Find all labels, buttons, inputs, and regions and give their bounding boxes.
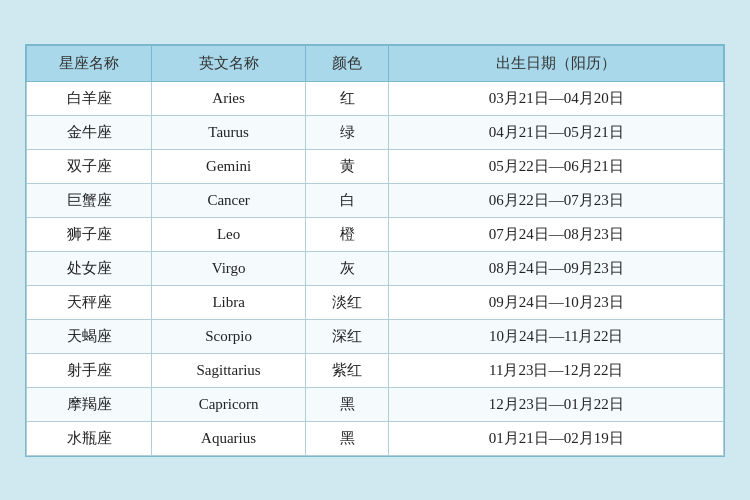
cell-english: Gemini xyxy=(152,149,305,183)
cell-date: 08月24日—09月23日 xyxy=(389,251,724,285)
cell-english: Scorpio xyxy=(152,319,305,353)
table-row: 金牛座Taurus绿04月21日—05月21日 xyxy=(27,115,724,149)
header-chinese: 星座名称 xyxy=(27,45,152,81)
cell-chinese: 摩羯座 xyxy=(27,387,152,421)
cell-chinese: 白羊座 xyxy=(27,81,152,115)
cell-color: 灰 xyxy=(305,251,389,285)
table-row: 处女座Virgo灰08月24日—09月23日 xyxy=(27,251,724,285)
cell-color: 绿 xyxy=(305,115,389,149)
table-row: 白羊座Aries红03月21日—04月20日 xyxy=(27,81,724,115)
cell-chinese: 巨蟹座 xyxy=(27,183,152,217)
table-body: 白羊座Aries红03月21日—04月20日金牛座Taurus绿04月21日—0… xyxy=(27,81,724,455)
cell-chinese: 天蝎座 xyxy=(27,319,152,353)
cell-english: Libra xyxy=(152,285,305,319)
cell-english: Aries xyxy=(152,81,305,115)
cell-english: Virgo xyxy=(152,251,305,285)
cell-date: 06月22日—07月23日 xyxy=(389,183,724,217)
cell-color: 黄 xyxy=(305,149,389,183)
header-color: 颜色 xyxy=(305,45,389,81)
cell-date: 04月21日—05月21日 xyxy=(389,115,724,149)
cell-date: 10月24日—11月22日 xyxy=(389,319,724,353)
table-row: 摩羯座Capricorn黑12月23日—01月22日 xyxy=(27,387,724,421)
header-english: 英文名称 xyxy=(152,45,305,81)
table-row: 天秤座Libra淡红09月24日—10月23日 xyxy=(27,285,724,319)
table-row: 双子座Gemini黄05月22日—06月21日 xyxy=(27,149,724,183)
cell-english: Cancer xyxy=(152,183,305,217)
cell-chinese: 狮子座 xyxy=(27,217,152,251)
cell-color: 紫红 xyxy=(305,353,389,387)
table-row: 射手座Sagittarius紫红11月23日—12月22日 xyxy=(27,353,724,387)
cell-date: 03月21日—04月20日 xyxy=(389,81,724,115)
cell-chinese: 射手座 xyxy=(27,353,152,387)
table-header-row: 星座名称 英文名称 颜色 出生日期（阳历） xyxy=(27,45,724,81)
table-row: 天蝎座Scorpio深红10月24日—11月22日 xyxy=(27,319,724,353)
zodiac-table-container: 星座名称 英文名称 颜色 出生日期（阳历） 白羊座Aries红03月21日—04… xyxy=(25,44,725,457)
cell-chinese: 处女座 xyxy=(27,251,152,285)
cell-date: 11月23日—12月22日 xyxy=(389,353,724,387)
cell-date: 09月24日—10月23日 xyxy=(389,285,724,319)
cell-chinese: 水瓶座 xyxy=(27,421,152,455)
cell-english: Leo xyxy=(152,217,305,251)
cell-date: 01月21日—02月19日 xyxy=(389,421,724,455)
cell-color: 红 xyxy=(305,81,389,115)
cell-color: 黑 xyxy=(305,387,389,421)
zodiac-table: 星座名称 英文名称 颜色 出生日期（阳历） 白羊座Aries红03月21日—04… xyxy=(26,45,724,456)
cell-date: 05月22日—06月21日 xyxy=(389,149,724,183)
table-row: 水瓶座Aquarius黑01月21日—02月19日 xyxy=(27,421,724,455)
cell-english: Taurus xyxy=(152,115,305,149)
header-date: 出生日期（阳历） xyxy=(389,45,724,81)
cell-date: 07月24日—08月23日 xyxy=(389,217,724,251)
cell-chinese: 金牛座 xyxy=(27,115,152,149)
cell-english: Sagittarius xyxy=(152,353,305,387)
cell-color: 淡红 xyxy=(305,285,389,319)
cell-color: 深红 xyxy=(305,319,389,353)
table-row: 巨蟹座Cancer白06月22日—07月23日 xyxy=(27,183,724,217)
cell-color: 黑 xyxy=(305,421,389,455)
cell-color: 橙 xyxy=(305,217,389,251)
table-row: 狮子座Leo橙07月24日—08月23日 xyxy=(27,217,724,251)
cell-english: Capricorn xyxy=(152,387,305,421)
cell-chinese: 天秤座 xyxy=(27,285,152,319)
cell-color: 白 xyxy=(305,183,389,217)
cell-english: Aquarius xyxy=(152,421,305,455)
cell-chinese: 双子座 xyxy=(27,149,152,183)
cell-date: 12月23日—01月22日 xyxy=(389,387,724,421)
